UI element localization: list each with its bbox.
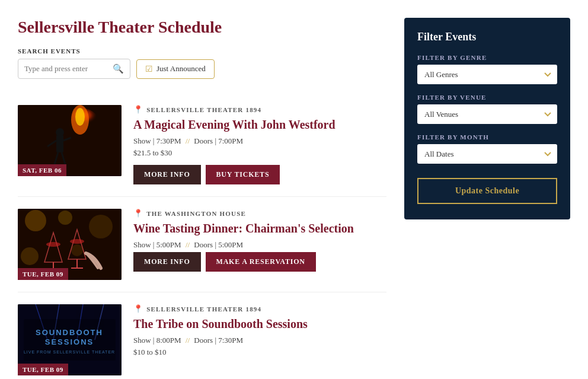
event-price: $10 to $10	[133, 348, 386, 357]
update-schedule-button[interactable]: Update Schedule	[417, 178, 557, 204]
just-announced-button[interactable]: ☑ Just Announced	[136, 59, 215, 79]
event-times: Show | 8:00PM // Doors | 7:30PM	[133, 336, 386, 345]
event-times: Show | 5:00PM // Doors | 5:00PM	[133, 240, 386, 250]
svg-text:SESSIONS: SESSIONS	[45, 337, 94, 346]
event-image-wrap: SOUNDBOOTH SESSIONS LIVE FROM SELLERSVIL…	[18, 304, 122, 375]
venue-pin-icon: 📍	[133, 105, 143, 114]
event-venue: 📍 SELLERSVILLE THEATER 1894	[133, 304, 386, 314]
event-info: 📍 THE WASHINGTON HOUSE Wine Tasting Dinn…	[133, 209, 386, 272]
filter-panel: Filter Events FILTER BY GENRE All Genres…	[404, 18, 570, 219]
event-item: TUE, FEB 09 📍 THE WASHINGTON HOUSE Wine …	[18, 197, 386, 292]
event-image-wrap: SAT, FEB 06	[18, 105, 122, 176]
make-reservation-button[interactable]: MAKE A RESERVATION	[206, 252, 316, 272]
event-info: 📍 SELLERSVILLE THEATER 1894 A Magical Ev…	[133, 105, 386, 184]
filter-venue-section: FILTER BY VENUE All Venues Sellersville …	[417, 94, 557, 124]
event-info: 📍 SELLERSVILLE THEATER 1894 The Tribe on…	[133, 304, 386, 364]
svg-point-5	[56, 128, 64, 136]
svg-text:SOUNDBOOTH: SOUNDBOOTH	[36, 328, 103, 337]
svg-point-19	[46, 242, 60, 247]
filter-genre-label: FILTER BY GENRE	[417, 54, 557, 61]
tag-label: Just Announced	[156, 64, 206, 74]
event-buttons: MORE INFO MAKE A RESERVATION	[133, 252, 386, 272]
svg-point-13	[89, 215, 113, 238]
filter-panel-title: Filter Events	[417, 31, 557, 43]
event-item: SAT, FEB 06 📍 SELLERSVILLE THEATER 1894 …	[18, 93, 386, 197]
venue-pin-icon: 📍	[133, 209, 143, 218]
svg-point-23	[70, 239, 84, 244]
event-image-wrap: TUE, FEB 09	[18, 209, 122, 280]
svg-point-3	[75, 108, 85, 126]
event-date-badge: TUE, FEB 09	[18, 268, 68, 280]
svg-point-14	[21, 247, 39, 265]
svg-point-15	[71, 244, 83, 256]
svg-point-11	[25, 210, 46, 231]
filter-month-label: FILTER BY MONTH	[417, 133, 557, 141]
search-label: SEARCH EVENTS	[18, 47, 386, 55]
event-title: A Magical Evening With John Westford	[133, 117, 386, 132]
event-venue: 📍 SELLERSVILLE THEATER 1894	[133, 105, 386, 114]
search-icon: 🔍	[113, 63, 124, 74]
page-title: Sellersville Theater Schedule	[18, 18, 386, 37]
more-info-button[interactable]: MORE INFO	[133, 252, 201, 272]
search-box[interactable]: 🔍	[18, 59, 130, 79]
page-container: Sellersville Theater Schedule SEARCH EVE…	[0, 0, 588, 379]
badge-icon: ☑	[145, 64, 153, 74]
filter-genre-section: FILTER BY GENRE All Genres Rock Jazz Cla…	[417, 54, 557, 84]
main-content: Sellersville Theater Schedule SEARCH EVE…	[18, 18, 386, 379]
events-list: SAT, FEB 06 📍 SELLERSVILLE THEATER 1894 …	[18, 93, 386, 379]
filter-venue-label: FILTER BY VENUE	[417, 94, 557, 101]
search-input[interactable]	[24, 64, 110, 74]
event-venue: 📍 THE WASHINGTON HOUSE	[133, 209, 386, 218]
sidebar: Filter Events FILTER BY GENRE All Genres…	[404, 18, 570, 379]
event-times: Show | 7:30PM // Doors | 7:00PM	[133, 136, 386, 146]
event-item: SOUNDBOOTH SESSIONS LIVE FROM SELLERSVIL…	[18, 292, 386, 379]
event-date-badge: SAT, FEB 06	[18, 164, 66, 176]
event-date-badge: TUE, FEB 09	[18, 364, 68, 375]
month-select[interactable]: All Dates January February March April M…	[417, 144, 557, 164]
more-info-button[interactable]: MORE INFO	[133, 165, 201, 184]
genre-select[interactable]: All Genres Rock Jazz Classical Comedy Bl…	[417, 65, 557, 84]
svg-text:LIVE FROM SELLERSVILLE THEATER: LIVE FROM SELLERSVILLE THEATER	[24, 350, 115, 354]
time-separator: //	[186, 240, 190, 249]
svg-point-12	[58, 211, 72, 225]
time-separator: //	[186, 136, 190, 145]
event-buttons: MORE INFO BUY TICKETS	[133, 165, 386, 184]
time-separator: //	[186, 336, 190, 345]
event-price: $21.5 to $30	[133, 148, 386, 158]
filter-month-section: FILTER BY MONTH All Dates January Februa…	[417, 133, 557, 164]
venue-pin-icon: 📍	[133, 304, 143, 314]
svg-rect-4	[56, 135, 63, 152]
event-title: The Tribe on Soundbooth Sessions	[133, 317, 386, 331]
venue-select[interactable]: All Venues Sellersville Theater 1894 The…	[417, 104, 557, 124]
search-row: 🔍 ☑ Just Announced	[18, 59, 386, 79]
buy-tickets-button[interactable]: BUY TICKETS	[206, 165, 280, 184]
event-title: Wine Tasting Dinner: Chairman's Selectio…	[133, 221, 386, 235]
